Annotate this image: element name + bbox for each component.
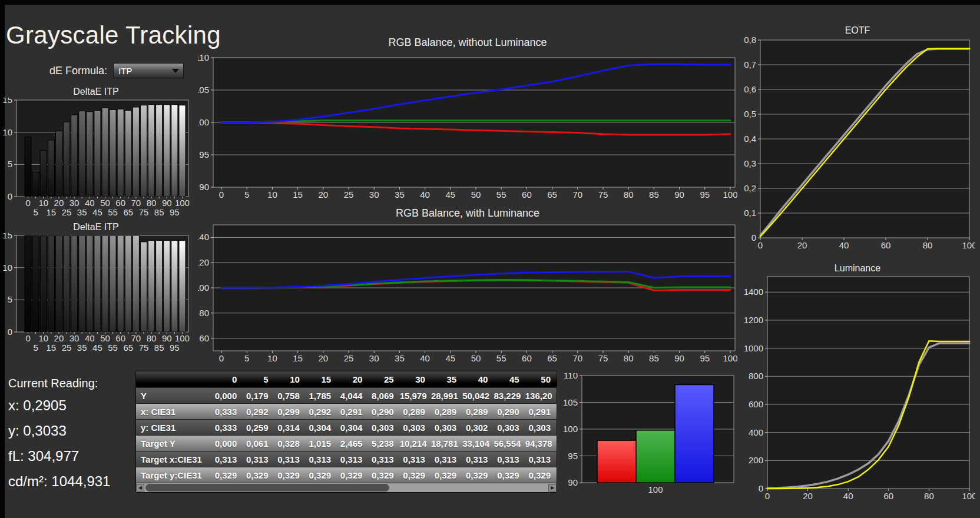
axis-tick-label: 20 xyxy=(54,198,64,208)
table-cell: 2,465 xyxy=(337,439,368,449)
deltae-bar xyxy=(140,105,147,197)
axis-tick-label: 75 xyxy=(598,190,608,200)
axis-tick-label: 40 xyxy=(420,190,430,200)
table-cell: 0,302 xyxy=(462,423,494,433)
axis-tick-label: 55 xyxy=(496,353,506,363)
table-cell: 0,291 xyxy=(337,407,368,417)
axis-tick-label: 0 xyxy=(759,483,763,493)
axis-tick-label: 15 xyxy=(293,190,303,200)
table-cell: 0,289 xyxy=(431,407,462,417)
table-scrollbar[interactable]: ◀ ▶ xyxy=(136,483,557,492)
table-cell: 0,329 xyxy=(431,470,462,480)
scrollbar-thumb[interactable] xyxy=(145,484,389,492)
table-cell: 0,313 xyxy=(368,454,399,464)
axis-tick-label: 100 xyxy=(648,484,663,494)
axis-tick-label: 30 xyxy=(69,333,80,343)
axis-tick-label: 45 xyxy=(92,207,102,217)
axis-tick-label: 50 xyxy=(471,190,481,200)
table-cell: 0,000 xyxy=(211,391,243,401)
table-cell: 20 xyxy=(337,374,368,384)
table-cell: 0,328 xyxy=(274,439,306,449)
rgb-balance-without-luminance-plot: 9095100105110051015202530354045505560657… xyxy=(198,49,737,204)
axis-tick-label: 95 xyxy=(700,353,710,363)
deltae-bar xyxy=(117,109,124,197)
chevron-down-icon xyxy=(172,69,179,73)
table-row: y: CIE310,3330,2590,3140,3040,3040,3030,… xyxy=(136,420,557,436)
table-cell: 50,042 xyxy=(462,391,494,401)
axis-tick-label: 65 xyxy=(123,343,133,353)
de-formula-dropdown[interactable]: ITP xyxy=(113,63,184,78)
axis-tick-label: 100 xyxy=(563,424,578,434)
deltae-bar xyxy=(117,235,124,332)
axis-tick-label: 20 xyxy=(54,333,64,343)
axis-tick-label: 100 xyxy=(962,491,975,501)
axis-tick-label: 0 xyxy=(219,190,224,200)
axis-tick-label: 0,6 xyxy=(744,84,756,94)
deltae-bar xyxy=(133,235,139,332)
luminance-chart: Luminance 020040060080010001200140002040… xyxy=(740,263,975,509)
axis-tick-label: 90 xyxy=(162,198,172,208)
axis-tick-label: 80 xyxy=(924,491,934,501)
axis-tick-label: 0 xyxy=(219,353,224,363)
axis-tick-label: 55 xyxy=(108,207,118,217)
table-cell: 0,313 xyxy=(400,454,431,464)
table-cell: 0,329 xyxy=(274,470,306,480)
axis-tick-label: 80 xyxy=(147,333,157,343)
deltae-bar xyxy=(156,241,163,332)
table-cell: 0,758 xyxy=(274,391,306,401)
axis-tick-label: 75 xyxy=(139,343,149,353)
table-cell: 0,000 xyxy=(211,439,243,449)
table-cell: 0,292 xyxy=(306,407,337,417)
axis-tick-label: 60 xyxy=(522,353,532,363)
rgb-balance-with-luminance-plot: 6080100120140051015202530354045505560657… xyxy=(198,220,737,368)
axis-tick-label: 75 xyxy=(598,353,608,363)
axis-tick-label: 200 xyxy=(749,455,763,465)
table-cell: 0,291 xyxy=(525,407,557,417)
axis-tick-label: 600 xyxy=(749,399,763,409)
axis-tick-label: 5 xyxy=(33,207,38,217)
axis-tick-label: 50 xyxy=(100,333,110,343)
table-cell: 0,329 xyxy=(462,470,494,480)
chart-title: EOTF xyxy=(740,25,975,36)
axis-tick-label: 25 xyxy=(62,207,72,217)
axis-tick-label: 5 xyxy=(244,353,249,363)
deltae-bar xyxy=(64,122,70,197)
axis-tick-label: 35 xyxy=(395,353,405,363)
table-cell: 50 xyxy=(525,374,557,384)
axis-tick-label: 70 xyxy=(131,198,141,208)
table-cell: 0,289 xyxy=(462,407,494,417)
table-cell: 136,20 xyxy=(525,391,557,401)
table-cell: 0,292 xyxy=(243,407,274,417)
chart-title: DeltaE ITP xyxy=(1,221,191,233)
measurement-table-body: 05101520253035404550Y0,0000,1790,7581,78… xyxy=(136,371,557,483)
axis-tick-label: 60 xyxy=(883,491,893,501)
deltae-bar xyxy=(110,235,116,332)
axis-tick-label: 5 xyxy=(8,159,12,169)
axis-tick-label: 40 xyxy=(85,198,95,208)
table-cell: 1,785 xyxy=(306,391,337,401)
deltae-bar xyxy=(110,109,116,197)
deltae-chart-2: DeltaE ITP 05101501020304050607080901005… xyxy=(1,221,191,356)
current-reading-heading: Current Reading: xyxy=(8,377,138,390)
table-cell: 0,329 xyxy=(243,470,274,480)
deltae-bar xyxy=(25,235,31,332)
row-label: x: CIE31 xyxy=(136,407,211,417)
deltae-bar xyxy=(140,242,147,332)
table-cell: 0,061 xyxy=(243,439,274,449)
axis-tick-label: 50 xyxy=(471,353,481,363)
axis-tick-label: 25 xyxy=(344,190,354,200)
chart-title: Luminance xyxy=(740,263,975,274)
rgb-levels-bar-chart: 9095100105110100 xyxy=(557,373,737,498)
axis-tick-label: 800 xyxy=(749,371,763,381)
table-row: Target Y0,0000,0610,3281,0152,4655,23810… xyxy=(136,436,557,451)
plot-area xyxy=(767,277,969,489)
chart-title: RGB Balance, without Luminance xyxy=(198,35,737,49)
deltae-bar xyxy=(79,235,85,332)
deltae-bar xyxy=(71,115,78,197)
axis-tick-label: 45 xyxy=(92,343,102,353)
scroll-left-button[interactable]: ◀ xyxy=(136,484,144,492)
table-cell: 0,290 xyxy=(368,407,399,417)
scroll-right-button[interactable]: ▶ xyxy=(548,484,557,492)
reading-cdm2: cd/m²: 1044,931 xyxy=(8,473,138,490)
table-cell: 40 xyxy=(462,374,494,384)
